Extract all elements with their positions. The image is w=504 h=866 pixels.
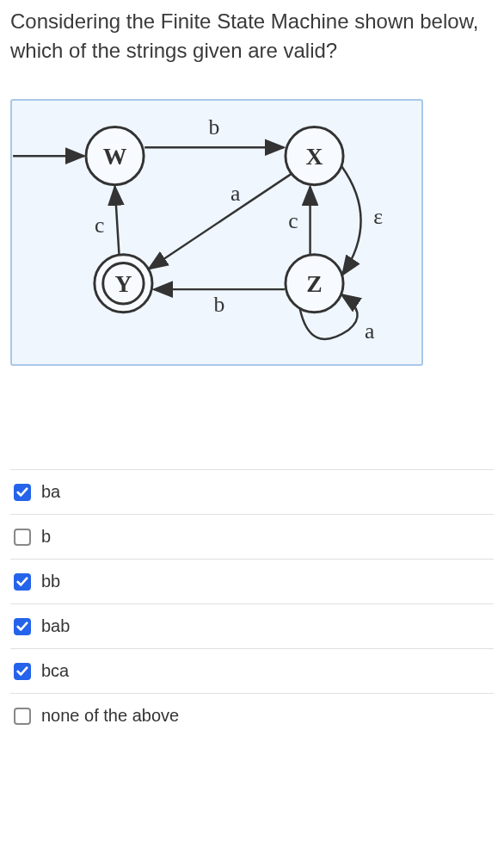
state-z-label: Z (306, 270, 322, 297)
option-label: bab (41, 616, 70, 636)
state-y-label: Y (114, 270, 132, 297)
edge-z-z-label: a (365, 319, 375, 344)
edge-x-z-label: ε (373, 204, 383, 229)
checkbox-icon[interactable] (14, 573, 31, 591)
edge-y-w (115, 187, 120, 255)
state-w-label: W (103, 143, 127, 170)
option-item[interactable]: bab (10, 603, 494, 648)
option-item[interactable]: bca (10, 648, 494, 693)
checkbox-icon[interactable] (14, 708, 31, 725)
checkbox-icon[interactable] (14, 618, 31, 635)
option-label: ba (41, 482, 60, 502)
edge-w-x-label: b (209, 115, 220, 140)
edge-x-y-label: a (230, 182, 241, 207)
option-label: bb (41, 572, 60, 591)
fsm-diagram: W X Y Z b a c b c ε a (10, 99, 423, 366)
option-item[interactable]: none of the above (10, 693, 494, 738)
checkbox-icon[interactable] (14, 484, 31, 501)
edge-z-x-label: c (288, 208, 298, 233)
option-item[interactable]: ba (10, 469, 494, 514)
option-label: bca (41, 661, 69, 681)
option-item[interactable]: b (10, 514, 494, 559)
option-label: b (41, 527, 51, 547)
edge-z-y-label: b (214, 292, 225, 317)
question-text: Considering the Finite State Machine sho… (10, 7, 494, 65)
checkbox-icon[interactable] (14, 529, 31, 546)
options-list: ba b bb bab bca none of the above (10, 469, 494, 738)
edge-y-w-label: c (95, 213, 104, 238)
option-label: none of the above (41, 706, 179, 726)
checkbox-icon[interactable] (14, 663, 31, 680)
option-item[interactable]: bb (10, 559, 494, 603)
edge-x-z (341, 166, 360, 275)
edge-x-y (149, 174, 292, 269)
state-x-label: X (306, 143, 323, 170)
